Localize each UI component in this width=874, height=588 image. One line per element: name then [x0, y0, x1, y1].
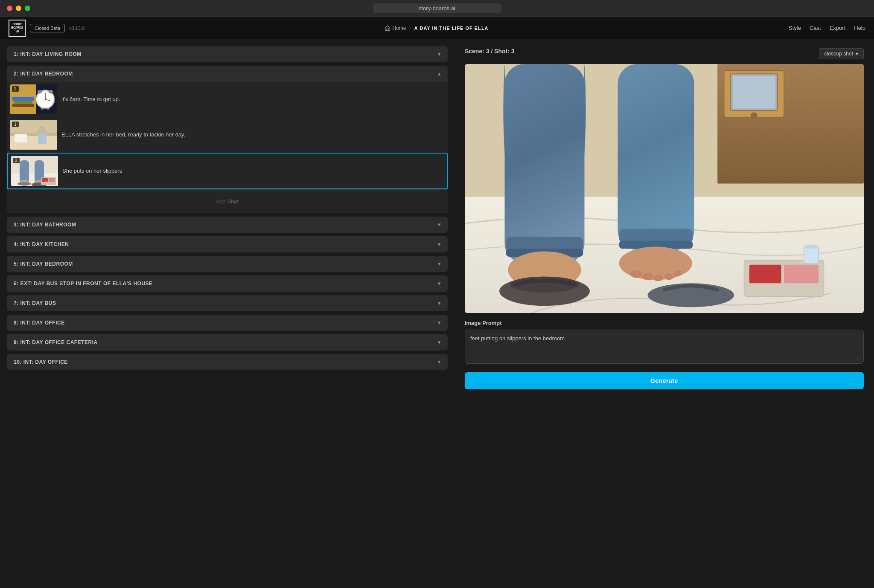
scene-label-1: 1: INT: DAY LIVING ROOM	[14, 51, 82, 57]
window-controls	[7, 6, 30, 11]
right-panel: Scene: 3 / Shot: 3 closeup shot ▾	[454, 39, 874, 588]
add-shot-button[interactable]: Add Shot	[216, 198, 239, 205]
scene-header-3[interactable]: 3: INT: DAY BATHROOM ▾	[7, 217, 448, 233]
window-chrome: story-boards.ai	[0, 0, 874, 17]
breadcrumb: Home › A DAY IN THE LIFE OF ELLA	[91, 25, 782, 31]
home-icon	[385, 25, 390, 31]
shot-item-slippers[interactable]: 3	[7, 153, 448, 189]
prompt-wrapper: ?	[465, 330, 864, 365]
minimize-window-btn[interactable]	[16, 6, 21, 11]
shot-thumbnail-slippers: 3	[11, 156, 58, 186]
scene-label-3: 3: INT: DAY BATHROOM	[14, 222, 76, 228]
scene-label-8: 8: INT: DAY OFFICE	[14, 320, 65, 326]
breadcrumb-project: A DAY IN THE LIFE OF ELLA	[414, 26, 489, 31]
left-panel: 1: INT: DAY LIVING ROOM ▾ 2: INT: DAY BE…	[0, 39, 454, 588]
closed-beta-badge: Closed Beta	[30, 24, 65, 32]
svg-point-9	[38, 90, 42, 93]
scene-section-5: 5: INT: DAY BEDROOM ▾	[7, 256, 448, 272]
chevron-down-icon-3: ▾	[438, 222, 441, 228]
chevron-down-icon: ▾	[438, 51, 441, 57]
shot-text-slippers: She puts on her slippers	[62, 167, 443, 175]
scene-label-4: 4: INT: DAY KITCHEN	[14, 241, 69, 247]
shot-text-alarm: it's 6am. Time to get up.	[61, 96, 444, 103]
storyboard-image	[465, 64, 864, 313]
chevron-down-icon-9: ▾	[438, 339, 441, 345]
image-prompt-label: Image Prompt	[465, 320, 864, 326]
svg-point-26	[17, 182, 31, 185]
svg-point-10	[49, 90, 53, 93]
scene-section-1: 1: INT: DAY LIVING ROOM ▾	[7, 46, 448, 62]
version-label: v0.13.0	[69, 26, 84, 31]
scene-header-4[interactable]: 4: INT: DAY KITCHEN ▾	[7, 236, 448, 252]
scene-label-5: 5: INT: DAY BEDROOM	[14, 261, 73, 267]
scene-section-4: 4: INT: DAY KITCHEN ▾	[7, 236, 448, 252]
chevron-down-icon-5: ▾	[438, 261, 441, 267]
shot-thumbnail-bedroom: 1	[10, 120, 57, 150]
scene-section-10: 10: INT: DAY OFFICE ▾	[7, 354, 448, 370]
logo-area: STORY BOARDS .AI Closed Beta v0.13.0	[9, 20, 84, 37]
chevron-down-icon-4: ▾	[438, 241, 441, 247]
scene-label-6: 6: EXT: DAY BUS STOP IN FRONT OF ELLA'S …	[14, 281, 153, 287]
shot-text-bedroom: ELLA stretches in her bed, ready to tack…	[61, 131, 444, 139]
maximize-window-btn[interactable]	[25, 6, 30, 11]
scene-header-2[interactable]: 2: INT: DAY BEDROOM ▴	[7, 66, 448, 82]
scene-header-8[interactable]: 8: INT: DAY OFFICE ▾	[7, 315, 448, 331]
logo-text: STORY BOARDS .AI	[11, 23, 23, 33]
nav-export[interactable]: Export	[830, 25, 846, 31]
shot-item-bedroom[interactable]: 1	[7, 117, 448, 153]
add-shot-row: Add Shot	[7, 189, 448, 213]
shot-type-row: Scene: 3 / Shot: 3 closeup shot ▾	[465, 48, 864, 60]
scene-header-5[interactable]: 5: INT: DAY BEDROOM ▾	[7, 256, 448, 272]
scene-section-2: 2: INT: DAY BEDROOM ▴ 2	[7, 66, 448, 213]
svg-rect-63	[465, 64, 864, 313]
scene-shot-label: Scene: 3 / Shot: 3	[465, 48, 515, 55]
chevron-down-icon-shot: ▾	[856, 51, 858, 57]
scene-section-7: 7: INT: DAY BUS ▾	[7, 295, 448, 311]
scene-header-1[interactable]: 1: INT: DAY LIVING ROOM ▾	[7, 46, 448, 62]
scene-content-2: 2	[7, 82, 448, 213]
scene-label-7: 7: INT: DAY BUS	[14, 300, 56, 306]
close-window-btn[interactable]	[7, 6, 12, 11]
main-layout: 1: INT: DAY LIVING ROOM ▾ 2: INT: DAY BE…	[0, 39, 874, 588]
breadcrumb-separator: ›	[410, 26, 411, 30]
svg-rect-4	[12, 97, 34, 101]
nav-style[interactable]: Style	[789, 25, 801, 31]
scene-label-10: 10: INT: DAY OFFICE	[14, 359, 68, 365]
prompt-char-count: ?	[857, 357, 859, 362]
shot-item-alarm[interactable]: 2	[7, 82, 448, 117]
scene-header-9[interactable]: 9: INT: DAY OFFICE CAFETERIA ▾	[7, 334, 448, 350]
chevron-down-icon-6: ▾	[438, 281, 441, 287]
shot-type-selector[interactable]: closeup shot ▾	[819, 48, 864, 59]
scene-header-10[interactable]: 10: INT: DAY OFFICE ▾	[7, 354, 448, 370]
scene-label-9: 9: INT: DAY OFFICE CAFETERIA	[14, 339, 98, 345]
nav-cast[interactable]: Cast	[810, 25, 821, 31]
shot-number-badge: 2	[12, 86, 19, 92]
svg-point-11	[41, 108, 44, 110]
logo: STORY BOARDS .AI	[9, 20, 26, 37]
svg-rect-28	[42, 178, 48, 182]
svg-rect-3	[14, 100, 32, 104]
image-prompt-textarea[interactable]	[465, 330, 864, 364]
scene-section-9: 9: INT: DAY OFFICE CAFETERIA ▾	[7, 334, 448, 350]
scene-header-6[interactable]: 6: EXT: DAY BUS STOP IN FRONT OF ELLA'S …	[7, 275, 448, 292]
svg-rect-2	[12, 104, 34, 107]
scene-label-2: 2: INT: DAY BEDROOM	[14, 71, 73, 77]
breadcrumb-home[interactable]: Home	[385, 25, 406, 31]
url-bar[interactable]: story-boards.ai	[373, 3, 501, 13]
top-nav: STORY BOARDS .AI Closed Beta v0.13.0 Hom…	[0, 17, 874, 39]
svg-point-12	[47, 108, 50, 110]
storyboard-main-svg	[465, 64, 864, 313]
scene-section-3: 3: INT: DAY BATHROOM ▾	[7, 217, 448, 233]
chevron-up-icon: ▴	[438, 71, 441, 77]
scene-header-7[interactable]: 7: INT: DAY BUS ▾	[7, 295, 448, 311]
shot-thumbnail-alarm: 2	[10, 84, 57, 114]
chevron-down-icon-8: ▾	[438, 320, 441, 326]
scene-section-8: 8: INT: DAY OFFICE ▾	[7, 315, 448, 331]
shot-number-badge-2: 1	[12, 122, 19, 127]
nav-right: Style Cast Export Help	[789, 25, 865, 31]
generate-button[interactable]: Generate	[465, 372, 864, 389]
nav-help[interactable]: Help	[854, 25, 865, 31]
chevron-down-icon-7: ▾	[438, 300, 441, 306]
chevron-down-icon-10: ▾	[438, 359, 441, 365]
scene-section-6: 6: EXT: DAY BUS STOP IN FRONT OF ELLA'S …	[7, 275, 448, 292]
